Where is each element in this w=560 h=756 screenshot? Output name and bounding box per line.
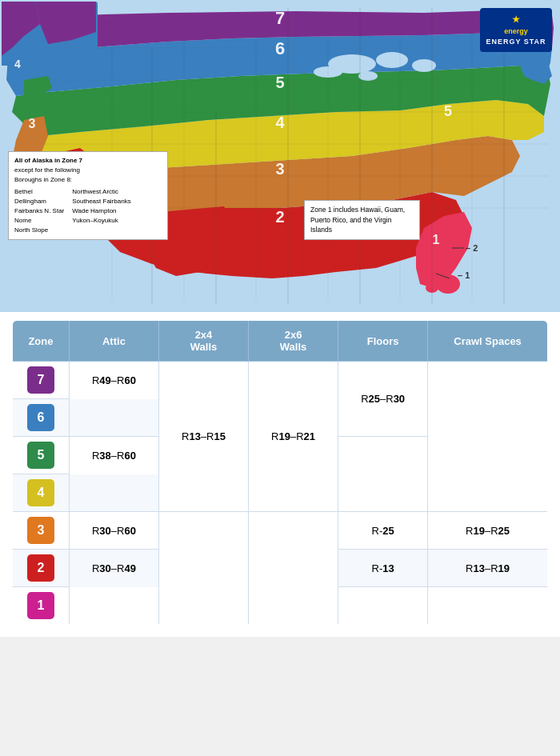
col-header-2x6: 2x6Walls	[249, 321, 338, 362]
zone-cell-6: 6	[13, 399, 70, 437]
energy-star-badge: ★energy ENERGY STAR	[480, 8, 552, 52]
insulation-table: Zone Attic 2x4Walls 2x6Walls Floors Craw…	[12, 320, 548, 625]
crawl-2: R13–R19	[428, 550, 548, 587]
zone-cell-3: 3	[13, 512, 70, 550]
col-header-zone: Zone	[13, 321, 70, 362]
zone-badge-5: 5	[27, 442, 54, 469]
attic-6	[69, 399, 158, 437]
walls2x4-7-6-5-4: R13–R15	[158, 362, 248, 512]
walls2x4-3	[158, 512, 248, 625]
alaska-note-title: All of Alaska in Zone 7	[14, 156, 162, 166]
svg-text:3: 3	[29, 117, 36, 130]
energy-star-text: ENERGY STAR	[486, 38, 546, 46]
zone-cell-1: 1	[13, 587, 70, 625]
svg-text:4: 4	[14, 58, 21, 70]
col-crawl-label: Crawl Spaces	[454, 335, 522, 347]
attic-7: R49–R60	[69, 362, 158, 399]
walls2x6-7-6-5-4: R19–R21	[249, 362, 338, 512]
zone-cell-5: 5	[13, 437, 70, 474]
svg-text:4: 4	[275, 114, 285, 131]
crawl-7-6-5-4	[428, 362, 548, 512]
svg-text:1: 1	[433, 233, 440, 246]
attic-5: R38–R60	[69, 437, 158, 474]
floors-7-6: R25–R30	[338, 362, 428, 437]
zone-cell-2: 2	[13, 550, 70, 587]
col-2x6-label: 2x6Walls	[280, 329, 306, 353]
floors-5-4	[338, 437, 428, 512]
table-header-row: Zone Attic 2x4Walls 2x6Walls Floors Craw…	[13, 321, 548, 362]
zone-badge-2: 2	[27, 554, 54, 582]
zone1-note: Zone 1 includes Hawaii, Guam, Puerto Ric…	[304, 200, 420, 240]
svg-point-8	[358, 71, 378, 81]
walls2x6-3	[249, 512, 338, 625]
zone-badge-6: 6	[27, 404, 54, 431]
svg-text:– 2: – 2	[466, 243, 478, 253]
zone-badge-1: 1	[27, 592, 54, 619]
col-2x4-label: 2x4Walls	[190, 329, 217, 353]
floors-1	[338, 587, 428, 625]
attic-2: R30–R49	[69, 550, 158, 587]
energy-star-logo: ★energy	[504, 14, 528, 35]
zone-cell-7: 7	[13, 362, 70, 399]
svg-text:– 1: – 1	[458, 270, 470, 280]
col-header-attic: Attic	[69, 321, 158, 362]
map-section: 7 6 5 4 3 2 1 4 3 2 5 6 – 1 – 2	[0, 0, 560, 312]
attic-4	[69, 474, 158, 512]
table-section: Zone Attic 2x4Walls 2x6Walls Floors Craw…	[0, 312, 560, 637]
svg-point-5	[376, 52, 408, 68]
zone-badge-3: 3	[27, 517, 54, 544]
attic-3: R30–R60	[69, 512, 158, 550]
crawl-3: R19–R25	[428, 512, 548, 550]
svg-text:5: 5	[444, 103, 452, 119]
svg-text:5: 5	[275, 74, 284, 91]
floors-2: R-13	[338, 550, 428, 587]
col-header-floors: Floors	[338, 321, 428, 362]
alaska-note-subtitle: except for the followingBoroughs in Zone…	[14, 166, 162, 185]
page-wrapper: 7 6 5 4 3 2 1 4 3 2 5 6 – 1 – 2	[0, 0, 560, 637]
alaska-note: All of Alaska in Zone 7 except for the f…	[8, 151, 168, 240]
svg-text:7: 7	[275, 8, 285, 28]
zone-badge-7: 7	[27, 366, 54, 394]
attic-1	[69, 587, 158, 625]
floors-3: R-25	[338, 512, 428, 550]
table-row: 7 R49–R60 R13–R15 R19–R21 R25–R30	[13, 362, 548, 399]
col-header-2x4: 2x4Walls	[158, 321, 248, 362]
col-header-crawl: Crawl Spaces	[428, 321, 548, 362]
svg-text:6: 6	[275, 38, 285, 58]
crawl-1	[428, 587, 548, 625]
alaska-boroughs-left: BethelDellinghamFairbanks N. StarNomeNor…	[14, 187, 64, 235]
table-row: 3 R30–R60 R-25 R19–R25	[13, 512, 548, 550]
zone-cell-4: 4	[13, 474, 70, 512]
zone-badge-4: 4	[27, 479, 54, 506]
svg-text:3: 3	[275, 160, 284, 178]
zone1-note-text: Zone 1 includes Hawaii, Guam, Puerto Ric…	[310, 205, 414, 235]
svg-text:2: 2	[275, 208, 284, 226]
svg-point-6	[412, 59, 436, 72]
alaska-boroughs-right: Northwest ArcticSoutheast FairbanksWade …	[72, 187, 130, 235]
